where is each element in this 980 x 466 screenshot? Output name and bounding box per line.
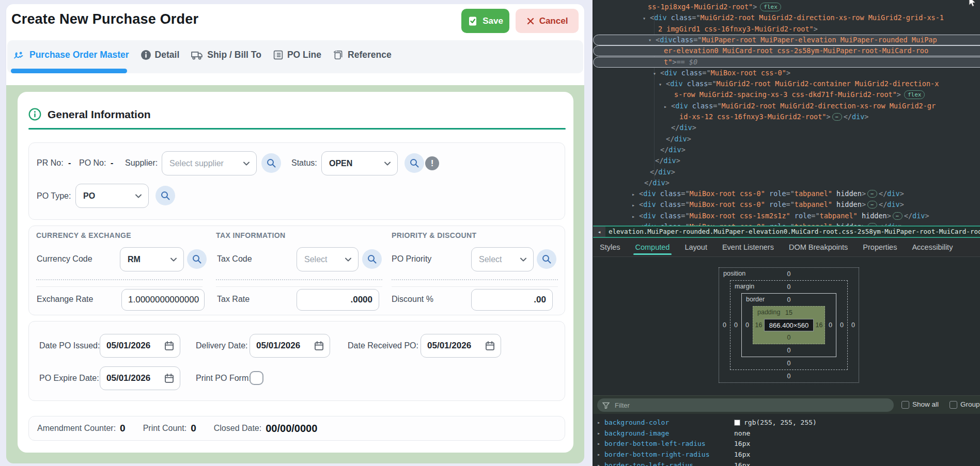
dom-tree-row[interactable]: er-elevation0 MuiCard-root css-2s58ym-Mu… (593, 45, 980, 56)
po-type-select[interactable]: PO (75, 184, 149, 208)
devtools-tab-properties[interactable]: Properties (863, 238, 897, 256)
code-segment: div (887, 200, 899, 208)
elements-tree: ⋯ ss-1pi8xg4-MuiGrid2-root">flex▾<div cl… (593, 0, 980, 226)
expand-arrow-down-icon[interactable]: ▾ (648, 35, 656, 45)
supplier-search-button[interactable] (261, 153, 281, 173)
tab-po-line[interactable]: PO Line (273, 50, 321, 60)
expand-arrow-right-icon[interactable]: ▸ (597, 417, 600, 428)
expand-inline-button[interactable]: ⋯ (867, 190, 877, 198)
dom-tree-row[interactable]: ▾<div class="MuiPaper-root MuiPaper-elev… (593, 35, 980, 45)
dom-tree-row[interactable]: </div> (593, 134, 980, 144)
dom-tree-row[interactable]: ▾<div class="MuiBox-root css-0"> (593, 68, 980, 78)
po-type-search-button[interactable] (155, 186, 175, 205)
devtools-tab-event-listeners[interactable]: Event Listeners (722, 238, 774, 256)
dom-tree-row[interactable]: ▸<div class="MuiGrid2-root MuiGrid2-dire… (593, 101, 980, 111)
calendar-icon[interactable] (164, 373, 175, 384)
dom-tree-row[interactable]: ▸<div class="MuiBox-root css-0" role="ta… (593, 199, 980, 210)
expand-arrow-right-icon[interactable]: ▸ (632, 200, 639, 211)
dom-tree-row[interactable]: </div> (593, 167, 980, 178)
currency-code-select[interactable]: RM (120, 247, 184, 271)
calendar-icon[interactable] (164, 341, 175, 351)
delivery-date-input[interactable]: 05/01/2026 (250, 334, 330, 358)
breadcrumb-collapse-button[interactable]: ◂ (593, 227, 605, 237)
expand-arrow-right-icon[interactable]: ▸ (597, 460, 600, 466)
expand-arrow-right-icon[interactable]: ▸ (597, 438, 600, 449)
date-po-issued-input[interactable]: 05/01/2026 (100, 334, 180, 358)
tab-detail[interactable]: Detail (141, 50, 180, 60)
computed-property-row[interactable]: ▸border-bottom-left-radius16px (593, 438, 980, 449)
calendar-icon[interactable] (314, 341, 324, 351)
expand-arrow-down-icon[interactable]: ▾ (653, 68, 660, 79)
currency-search-button[interactable] (187, 249, 207, 269)
computed-property-row[interactable]: ▸background-colorrgb(255, 255, 255) (593, 417, 980, 428)
tab-purchase-order-master[interactable]: Purchase Order Master (13, 50, 129, 60)
expand-arrow-right-icon[interactable]: ▸ (664, 101, 671, 112)
dom-tree-row[interactable]: 2 imgGird1 css-16fnxy3-MuiGrid2-root"> (593, 24, 980, 35)
cancel-button[interactable]: Cancel (516, 9, 579, 33)
flex-badge[interactable]: flex (760, 3, 781, 11)
code-segment: < (650, 13, 654, 22)
discount-input[interactable]: .00 (471, 289, 553, 311)
dom-tree-row[interactable]: </div> (593, 178, 980, 188)
expand-inline-button[interactable]: ⋯ (832, 113, 842, 121)
divider (392, 279, 558, 280)
expand-arrow-right-icon[interactable]: ▸ (632, 222, 639, 226)
devtools-tab-styles[interactable]: Styles (600, 238, 620, 256)
print-po-form-checkbox[interactable] (250, 371, 263, 385)
devtools-tab-accessibility[interactable]: Accessibility (912, 238, 953, 256)
code-segment: MuiBox-root css-0" (690, 189, 765, 198)
status-select[interactable]: OPEN (321, 151, 398, 175)
po-expire-date-input[interactable]: 05/01/2026 (100, 366, 180, 390)
save-button[interactable]: Save (461, 9, 509, 33)
dom-tree-row[interactable]: ▾<div class="MuiGrid2-root MuiGrid2-cont… (593, 78, 980, 89)
expand-arrow-right-icon[interactable]: ▸ (632, 211, 639, 222)
supplier-select[interactable]: Select supplier (162, 151, 257, 175)
code-segment: class (660, 189, 681, 198)
dom-tree-row[interactable]: </div> (593, 122, 980, 133)
status-search-button[interactable] (405, 153, 424, 173)
tax-search-button[interactable] (362, 249, 382, 269)
code-segment: =" (713, 102, 721, 110)
exchange-rate-input[interactable]: 1.0000000000000 (121, 289, 205, 311)
dom-tree-row[interactable]: ss-1pi8xg4-MuiGrid2-root">flex (593, 2, 980, 12)
flex-badge[interactable]: flex (904, 90, 925, 99)
tax-rate-input[interactable]: .0000 (297, 289, 379, 311)
computed-property-row[interactable]: ▸border-bottom-right-radius16px (593, 449, 980, 460)
dom-tree-row[interactable]: ▸<div class="MuiBox-root css-0" role="ta… (593, 221, 980, 226)
dom-tree-row[interactable]: </div> (593, 144, 980, 155)
breadcrumb[interactable]: elevation.MuiPaper-rounded.MuiPaper-elev… (609, 227, 980, 237)
code-segment: =" (692, 13, 700, 22)
computed-property-row[interactable]: ▸background-imagenone (593, 428, 980, 439)
expand-arrow-right-icon[interactable]: ▸ (597, 428, 600, 439)
calendar-icon[interactable] (485, 341, 495, 351)
expand-inline-button[interactable]: ⋯ (867, 201, 877, 208)
code-segment: div (670, 79, 682, 88)
expand-arrow-right-icon[interactable]: ▸ (597, 449, 600, 460)
filter-input[interactable] (614, 401, 889, 410)
expand-arrow-down-icon[interactable]: ▾ (643, 13, 650, 24)
date-received-po-input[interactable]: 05/01/2026 (421, 334, 501, 358)
dom-tree-row[interactable]: </div> (593, 155, 980, 166)
tab-reference[interactable]: Reference (333, 49, 392, 60)
show-all-checkbox[interactable] (901, 401, 909, 409)
code-segment: </ (671, 123, 679, 132)
dom-tree-row[interactable]: ▸<div class="MuiBox-root css-1sm2s1z" ro… (593, 211, 980, 221)
expand-inline-button[interactable]: ⋯ (893, 212, 903, 220)
dom-tree-row[interactable]: id-xs-12 css-16fnxy3-MuiGrid2-root">⋯</d… (593, 111, 980, 122)
filter-pill[interactable] (597, 398, 894, 412)
dom-tree-row[interactable]: s-row MuiGrid2-spacing-xs-3 css-dkd71f-M… (593, 89, 980, 100)
expand-arrow-down-icon[interactable]: ▾ (659, 79, 666, 90)
computed-property-row[interactable]: ▸border-top-left-radius16px (593, 460, 980, 466)
expand-arrow-right-icon[interactable]: ▸ (632, 189, 639, 200)
dom-tree-row[interactable]: t"> == $0 (593, 57, 980, 68)
po-priority-select[interactable]: Select (471, 247, 534, 271)
devtools-tab-layout[interactable]: Layout (685, 238, 707, 256)
devtools-tab-computed[interactable]: Computed (635, 238, 670, 256)
devtools-tab-dom-breakpoints[interactable]: DOM Breakpoints (789, 238, 848, 256)
priority-search-button[interactable] (537, 249, 556, 269)
dom-tree-row[interactable]: ▸<div class="MuiBox-root css-0" role="ta… (593, 188, 980, 199)
group-checkbox[interactable] (950, 401, 957, 409)
dom-tree-row[interactable]: ▾<div class="MuiGrid2-root MuiGrid2-dire… (593, 12, 980, 23)
tab-ship-bill-to[interactable]: Ship / Bill To (191, 50, 261, 60)
tax-code-select[interactable]: Select (297, 247, 359, 271)
